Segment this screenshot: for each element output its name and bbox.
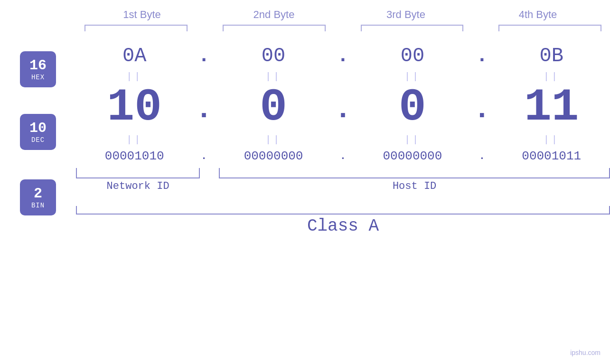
hex-byte-2: 00	[216, 45, 330, 67]
rows-area: 16 HEX 10 DEC 2 BIN 0A . 00 . 00 . 0B	[0, 37, 610, 234]
bin-badge-label: BIN	[31, 202, 45, 209]
bin-dot-2: .	[333, 150, 352, 162]
eq-1-2: ||	[216, 71, 330, 82]
bracket-byte-4	[498, 25, 601, 32]
values-column: 0A . 00 . 00 . 0B || || || || 10	[76, 37, 610, 234]
hex-byte-1: 0A	[77, 45, 191, 67]
class-label: Class A	[76, 216, 610, 236]
bin-byte-4: 00001011	[495, 149, 609, 163]
hex-badge: 16 HEX	[20, 51, 56, 87]
id-brackets: Network ID Host ID	[76, 168, 610, 192]
top-brackets	[76, 25, 610, 32]
watermark: ipshu.com	[570, 349, 601, 356]
class-bracket	[76, 206, 610, 215]
hex-byte-4: 0B	[495, 45, 609, 67]
byte-header-1: 1st Byte	[76, 9, 208, 21]
dec-dot-1: .	[195, 93, 214, 126]
equals-divider-2: || || || ||	[76, 134, 610, 145]
bracket-byte-1	[84, 25, 188, 32]
network-id-bracket	[76, 168, 200, 178]
dec-byte-3: 0	[356, 85, 469, 131]
eq-1-4: ||	[495, 71, 609, 82]
dec-byte-1: 10	[77, 85, 191, 131]
dec-dot-3: .	[472, 93, 491, 126]
byte-header-3: 3rd Byte	[340, 9, 472, 21]
bin-badge: 2 BIN	[20, 179, 56, 215]
bin-badge-number: 2	[34, 186, 42, 202]
byte-header-4: 4th Byte	[472, 9, 604, 21]
bin-byte-2: 00000000	[216, 149, 330, 163]
hex-dot-1: .	[195, 45, 214, 67]
byte-headers: 1st Byte 2nd Byte 3rd Byte 4th Byte	[76, 0, 610, 21]
dec-values-row: 10 . 0 . 0 . 11	[76, 85, 610, 131]
dec-badge-label: DEC	[31, 136, 45, 144]
hex-badge-number: 16	[29, 58, 47, 74]
hex-dot-2: .	[333, 45, 352, 67]
host-id-label: Host ID	[219, 180, 610, 192]
host-id-bracket	[219, 168, 610, 178]
bin-values-row: 00001010 . 00000000 . 00000000 . 0000101…	[76, 149, 610, 163]
hex-dot-3: .	[472, 45, 491, 67]
main-layout: 1st Byte 2nd Byte 3rd Byte 4th Byte 16	[0, 0, 610, 364]
eq-1-1: ||	[77, 71, 191, 82]
eq-2-2: ||	[216, 134, 330, 145]
bracket-byte-2	[223, 25, 326, 32]
equals-divider-1: || || || ||	[76, 71, 610, 82]
dec-badge: 10 DEC	[20, 114, 56, 150]
network-id-label: Network ID	[76, 180, 200, 192]
dec-byte-2: 0	[216, 85, 330, 131]
bin-dot-1: .	[195, 150, 214, 162]
eq-2-4: ||	[495, 134, 609, 145]
dec-badge-number: 10	[29, 121, 47, 136]
dec-dot-2: .	[333, 93, 352, 126]
hex-values-row: 0A . 00 . 00 . 0B	[76, 45, 610, 67]
eq-2-3: ||	[356, 134, 469, 145]
hex-byte-3: 00	[356, 45, 469, 67]
hex-badge-label: HEX	[31, 74, 45, 81]
bracket-byte-3	[361, 25, 464, 32]
bin-byte-1: 00001010	[77, 149, 191, 163]
bin-byte-3: 00000000	[356, 149, 469, 163]
eq-1-3: ||	[356, 71, 469, 82]
eq-2-1: ||	[77, 134, 191, 145]
bin-dot-3: .	[472, 150, 491, 162]
badges-column: 16 HEX 10 DEC 2 BIN	[0, 37, 76, 234]
dec-byte-4: 11	[495, 85, 609, 131]
class-section: Class A	[76, 206, 610, 234]
byte-header-2: 2nd Byte	[208, 9, 340, 21]
